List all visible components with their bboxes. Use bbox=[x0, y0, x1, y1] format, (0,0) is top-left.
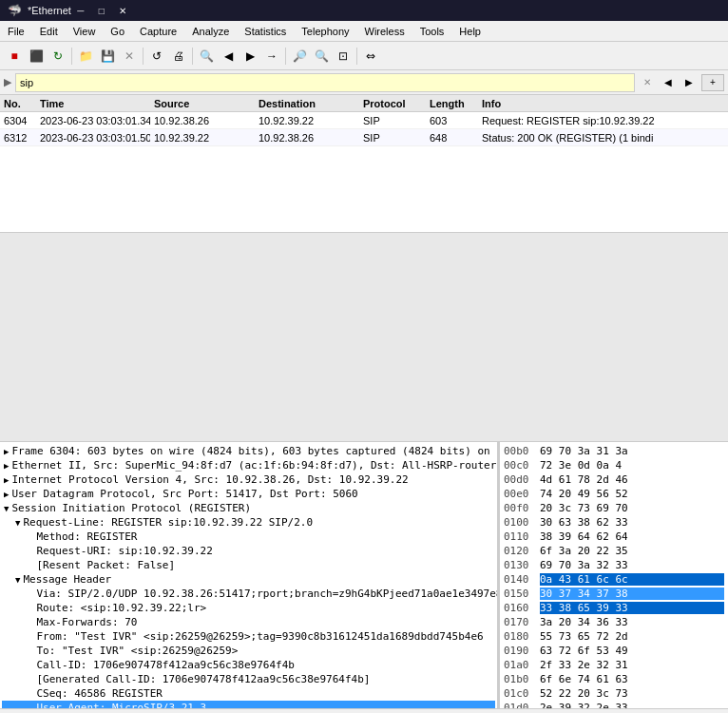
detail-frame[interactable]: ▶Frame 6304: 603 bytes on wire (4824 bit… bbox=[2, 444, 495, 458]
hex-row: 01206f 3a 20 22 35 bbox=[502, 544, 726, 558]
menu-help[interactable]: Help bbox=[451, 21, 489, 41]
hex-row-highlighted-1: 01400a 43 61 6c 6c bbox=[502, 572, 726, 587]
toolbar-separator-2 bbox=[143, 48, 144, 65]
col-header-time: Time bbox=[36, 97, 150, 110]
packet-protocol: SIP bbox=[359, 131, 426, 145]
menu-view[interactable]: View bbox=[66, 21, 104, 41]
stop-capture-button[interactable]: ⬛ bbox=[26, 46, 47, 67]
table-row[interactable]: 6304 2023-06-23 03:03:01.341352 10.92.38… bbox=[0, 112, 728, 129]
open-file-button[interactable]: 📁 bbox=[75, 46, 96, 67]
detail-callid[interactable]: ▶Call-ID: 1706e907478f412aa9c56c38e9764f… bbox=[2, 658, 495, 672]
window-title: *Ethernet bbox=[28, 5, 71, 16]
detail-from[interactable]: ▶From: "Test IVR" <sip:26259@26259>;tag=… bbox=[2, 629, 495, 644]
col-header-info: Info bbox=[478, 97, 728, 110]
menu-tools[interactable]: Tools bbox=[412, 21, 452, 41]
hex-row: 01d02e 39 32 2e 33 bbox=[502, 701, 726, 708]
start-capture-button[interactable]: ■ bbox=[4, 46, 25, 67]
packet-length: 603 bbox=[426, 114, 478, 127]
menu-wireless[interactable]: Wireless bbox=[357, 21, 412, 41]
minimize-button[interactable]: ─ bbox=[71, 3, 90, 18]
detail-to[interactable]: ▶To: "Test IVR" <sip:26259@26259> bbox=[2, 644, 495, 658]
find-packet-button[interactable]: 🔍 bbox=[196, 46, 217, 67]
hex-row: 013069 70 3a 32 33 bbox=[502, 558, 726, 572]
hex-row: 010030 63 38 62 33 bbox=[502, 515, 726, 530]
menu-edit[interactable]: Edit bbox=[32, 21, 66, 41]
hex-row: 018055 73 65 72 2d bbox=[502, 629, 726, 644]
detail-ethernet[interactable]: ▶Ethernet II, Src: SuperMic_94:8f:d7 (ac… bbox=[2, 458, 495, 472]
menu-statistics[interactable]: Statistics bbox=[237, 21, 294, 41]
zoom-reset-button[interactable]: ⊡ bbox=[333, 46, 354, 67]
close-file-button[interactable]: ✕ bbox=[119, 46, 140, 67]
zoom-out-button[interactable]: 🔍 bbox=[311, 46, 332, 67]
packet-list-header: No. Time Source Destination Protocol Len… bbox=[0, 95, 728, 112]
toolbar-separator-5 bbox=[356, 48, 357, 65]
detail-method[interactable]: ▶Method: REGISTER bbox=[2, 530, 495, 544]
detail-message-header[interactable]: ▼Message Header bbox=[2, 572, 495, 587]
packet-source: 10.92.38.26 bbox=[150, 114, 255, 127]
hex-row-highlighted-3: 016033 38 65 39 33 bbox=[502, 601, 726, 615]
hex-row: 01a02f 33 2e 32 31 bbox=[502, 658, 726, 672]
zoom-in-button[interactable]: 🔎 bbox=[289, 46, 310, 67]
packet-list-empty-area bbox=[0, 233, 728, 442]
detail-resent[interactable]: ▶[Resent Packet: False] bbox=[2, 558, 495, 572]
packet-length: 648 bbox=[426, 131, 478, 145]
menu-analyze[interactable]: Analyze bbox=[184, 21, 237, 41]
goto-button[interactable]: → bbox=[261, 46, 282, 67]
detail-request-line[interactable]: ▼Request-Line: REGISTER sip:10.92.39.22 … bbox=[2, 515, 495, 530]
menu-capture[interactable]: Capture bbox=[132, 21, 184, 41]
detail-sip[interactable]: ▼Session Initiation Protocol (REGISTER) bbox=[2, 501, 495, 515]
toolbar-separator-4 bbox=[285, 48, 286, 65]
table-row[interactable]: 6312 2023-06-23 03:03:01.507221 10.92.39… bbox=[0, 129, 728, 146]
find-prev-button[interactable]: ◀ bbox=[218, 46, 239, 67]
filter-bookmark-button[interactable]: + bbox=[701, 74, 724, 91]
reload-button[interactable]: ↺ bbox=[146, 46, 167, 67]
packet-destination: 10.92.38.26 bbox=[255, 131, 359, 145]
packet-detail-panel: ▶Frame 6304: 603 bytes on wire (4824 bit… bbox=[0, 442, 500, 708]
packet-time: 2023-06-23 03:03:01.507221 bbox=[36, 131, 150, 145]
packet-no: 6304 bbox=[0, 114, 36, 127]
hex-row: 00c072 3e 0d 0a 4 bbox=[502, 458, 726, 472]
menu-telephony[interactable]: Telephony bbox=[294, 21, 356, 41]
toolbar: ■ ⬛ ↻ 📁 💾 ✕ ↺ 🖨 🔍 ◀ ▶ → 🔎 🔍 ⊡ ⇔ bbox=[0, 42, 728, 70]
menu-go[interactable]: Go bbox=[103, 21, 132, 41]
hex-row: 00e074 20 49 56 52 bbox=[502, 487, 726, 501]
detail-max-forwards[interactable]: ▶Max-Forwards: 70 bbox=[2, 615, 495, 629]
detail-user-agent[interactable]: ▶User-Agent: MicroSIP/3.21.3 bbox=[2, 701, 495, 708]
detail-cseq[interactable]: ▶CSeq: 46586 REGISTER bbox=[2, 686, 495, 701]
filter-bar: ▶ sip ✕ ◀ ▶ + bbox=[0, 70, 728, 95]
detail-route[interactable]: ▶Route: <sip:10.92.39.22;lr> bbox=[2, 601, 495, 615]
hex-dump-panel: 00b069 70 3a 31 3a 00c072 3e 0d 0a 4 00d… bbox=[500, 442, 728, 708]
titlebar: 🦈 *Ethernet ─ □ ✕ bbox=[0, 0, 728, 21]
statusbar: 🦈 RFC 3261: User-Agent Header (sip.User-… bbox=[0, 708, 728, 713]
filter-back-button[interactable]: ◀ bbox=[660, 74, 677, 91]
packet-list: No. Time Source Destination Protocol Len… bbox=[0, 95, 728, 233]
filter-forward-button[interactable]: ▶ bbox=[680, 74, 698, 91]
toolbar-separator-1 bbox=[71, 48, 72, 65]
menubar: File Edit View Go Capture Analyze Statis… bbox=[0, 21, 728, 42]
close-button[interactable]: ✕ bbox=[113, 3, 132, 18]
detail-request-uri[interactable]: ▶Request-URI: sip:10.92.39.22 bbox=[2, 544, 495, 558]
resize-columns-button[interactable]: ⇔ bbox=[360, 46, 381, 67]
detail-via[interactable]: ▶Via: SIP/2.0/UDP 10.92.38.26:51417;rpor… bbox=[2, 587, 495, 601]
hex-row: 00d04d 61 78 2d 46 bbox=[502, 472, 726, 487]
maximize-button[interactable]: □ bbox=[92, 3, 111, 18]
detail-ip[interactable]: ▶Internet Protocol Version 4, Src: 10.92… bbox=[2, 472, 495, 487]
hex-row: 01b06f 6e 74 61 63 bbox=[502, 672, 726, 686]
hex-row: 01c052 22 20 3c 73 bbox=[502, 686, 726, 701]
hex-row: 00f020 3c 73 69 70 bbox=[502, 501, 726, 515]
print-button[interactable]: 🖨 bbox=[168, 46, 189, 67]
menu-file[interactable]: File bbox=[0, 21, 32, 41]
find-next-button[interactable]: ▶ bbox=[239, 46, 260, 67]
filter-icon: ▶ bbox=[4, 76, 11, 88]
hex-row: 00b069 70 3a 31 3a bbox=[502, 444, 726, 458]
title-icon: 🦈 bbox=[8, 4, 22, 17]
packet-time: 2023-06-23 03:03:01.341352 bbox=[36, 114, 150, 127]
detail-udp[interactable]: ▶User Datagram Protocol, Src Port: 51417… bbox=[2, 487, 495, 501]
filter-clear-button[interactable]: ✕ bbox=[639, 74, 656, 91]
col-header-source: Source bbox=[150, 97, 255, 110]
packet-no: 6312 bbox=[0, 131, 36, 145]
restart-capture-button[interactable]: ↻ bbox=[48, 46, 68, 67]
detail-generated-callid[interactable]: ▶[Generated Call-ID: 1706e907478f412aa9c… bbox=[2, 672, 495, 686]
save-file-button[interactable]: 💾 bbox=[97, 46, 118, 67]
filter-input[interactable]: sip bbox=[15, 73, 635, 92]
